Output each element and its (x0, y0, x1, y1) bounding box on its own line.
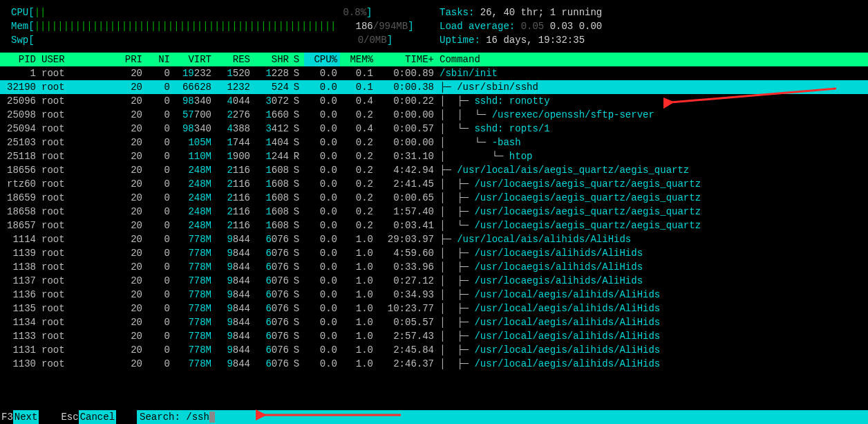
process-row[interactable]: 32190root200666281232524S0.00.10:00.38├─… (0, 80, 868, 94)
cell-ni: 0 (145, 149, 173, 163)
cell-command: │ ├─ sshd: ronotty (437, 94, 868, 108)
process-row[interactable]: 1130root200 778M98446076S0.01.02:46.37│ … (0, 357, 868, 371)
cell-virt: 778M (173, 343, 214, 357)
cell-virt: 248M (173, 205, 214, 219)
col-s[interactable]: S (292, 53, 304, 66)
cell-command: │ ├─ /usr/locaegis/aegis_quartz/aegis_qu… (437, 177, 868, 191)
cell-res: 9844 (214, 260, 253, 274)
cell-cpu: 0.0 (304, 302, 340, 315)
process-row[interactable]: 1root2001923215201228S0.00.10:00.89/sbin… (0, 66, 868, 80)
process-row[interactable]: 1136root200 778M98446076S0.01.00:34.93│ … (0, 288, 868, 302)
swp-meter: Swp[0/0MB] (11, 33, 440, 47)
uptime-value: 16 days, 19:32:35 (486, 35, 585, 46)
process-row[interactable]: 25098root2005770022761660S0.00.20:00.00│… (0, 108, 868, 122)
col-pid[interactable]: PID (0, 53, 39, 66)
cell-res: 9844 (214, 343, 253, 357)
process-row[interactable]: 25094root2009834043883412S0.00.40:00.57│… (0, 122, 868, 136)
swp-value: 0/0MB (358, 35, 387, 46)
process-row[interactable]: 18658root200 248M21161608S0.00.21:57.40│… (0, 205, 868, 219)
col-memp[interactable]: MEM% (340, 53, 376, 66)
col-time[interactable]: TIME+ (376, 53, 437, 66)
cell-ni: 0 (145, 246, 173, 260)
esc-cancel-button[interactable]: Cancel (79, 410, 116, 424)
col-ni[interactable]: NI (145, 53, 173, 66)
cell-time: 0:34.93 (376, 288, 437, 302)
process-row[interactable]: 25096root2009834040443072S0.00.40:00.22│… (0, 94, 868, 108)
cell-ni: 0 (145, 94, 173, 108)
process-row[interactable]: 18659root200 248M21161608S0.00.20:00.65│… (0, 191, 868, 205)
cell-command: │ ├─ /usr/local/aegis/alihids/AliHids (437, 357, 868, 371)
process-row[interactable]: 1139root200 778M98446076S0.01.04:59.60│ … (0, 246, 868, 260)
process-row[interactable]: 1138root200 778M98446076S0.01.00:33.96│ … (0, 260, 868, 274)
process-row[interactable]: 1133root200 778M98446076S0.01.02:57.43│ … (0, 329, 868, 343)
cell-command: │ ├─ /usr/local/aegis/alihids/AliHids (437, 302, 868, 315)
cell-user: root (39, 232, 115, 246)
cell-pri: 20 (115, 329, 145, 343)
cell-user: root (39, 219, 115, 232)
f3-next-button[interactable]: Next (13, 410, 39, 424)
process-row[interactable]: 18656root200 248M21161608S0.00.24:42.94├… (0, 163, 868, 177)
cell-cpu: 0.0 (304, 274, 340, 288)
cell-time: 2:57.43 (376, 329, 437, 343)
cell-res: 4044 (214, 94, 253, 108)
cell-res: 2116 (214, 205, 253, 219)
process-row[interactable]: rtz60root200 248M21161608S0.00.22:41.45│… (0, 177, 868, 191)
col-cpup[interactable]: CPU% (304, 53, 340, 66)
col-res[interactable]: RES (214, 53, 253, 66)
cell-user: root (39, 108, 115, 122)
mem-meter: Mem[||||||||||||||||||||||||||||||||||||… (11, 19, 440, 33)
cell-mem: 1.0 (340, 302, 376, 315)
columns-header[interactable]: PID USER PRI NI VIRT RES SHR S CPU% MEM%… (0, 53, 868, 66)
cell-user: root (39, 246, 115, 260)
cell-pid: 25103 (0, 136, 39, 149)
mem-label: Mem (11, 21, 28, 32)
cell-ni: 0 (145, 288, 173, 302)
cell-virt: 248M (173, 177, 214, 191)
cell-mem: 1.0 (340, 357, 376, 371)
col-shr[interactable]: SHR (253, 53, 292, 66)
col-virt[interactable]: VIRT (173, 53, 214, 66)
process-row[interactable]: 1137root200 778M98446076S0.01.00:27.12│ … (0, 274, 868, 288)
cell-mem: 0.4 (340, 122, 376, 136)
process-row[interactable]: 1114root200 778M98446076S0.01.029:03.97├… (0, 232, 868, 246)
cell-pid: 1139 (0, 246, 39, 260)
cell-time: 0:05.57 (376, 315, 437, 329)
cell-pid: 1138 (0, 260, 39, 274)
process-row[interactable]: 18657root200 248M21161608S0.00.20:03.41│… (0, 219, 868, 232)
cell-shr: 1608 (253, 177, 292, 191)
cell-time: 4:59.60 (376, 246, 437, 260)
cell-virt: 19232 (173, 66, 214, 80)
cell-command: │ └─ htop (437, 149, 868, 163)
cell-shr: 6076 (253, 357, 292, 371)
cell-user: root (39, 205, 115, 219)
col-cmd[interactable]: Command (437, 53, 868, 66)
cell-shr: 1244 (253, 149, 292, 163)
cell-user: root (39, 315, 115, 329)
cell-command: │ ├─ /usr/locaegis/aegis_quartz/aegis_qu… (437, 191, 868, 205)
cell-state: S (292, 191, 304, 205)
cell-cpu: 0.0 (304, 357, 340, 371)
cell-cpu: 0.0 (304, 136, 340, 149)
process-row[interactable]: 1135root200 778M98446076S0.01.010:23.77│… (0, 302, 868, 315)
cell-command: /sbin/init (437, 66, 868, 80)
process-row[interactable]: 25103root200 105M17441404S0.00.20:00.00│… (0, 136, 868, 149)
process-row[interactable]: 25118root200 110M19001244R0.00.20:31.10│… (0, 149, 868, 163)
cell-mem: 0.2 (340, 149, 376, 163)
cell-virt: 248M (173, 191, 214, 205)
process-row[interactable]: 1131root200 778M98446076S0.01.02:45.84│ … (0, 343, 868, 357)
cell-command: ├─ /usr/sbin/sshd (437, 80, 868, 94)
search-bar[interactable]: Search: /ssh (137, 410, 868, 424)
col-user[interactable]: USER (39, 53, 115, 66)
process-list[interactable]: 1root2001923215201228S0.00.10:00.89/sbin… (0, 66, 868, 371)
cell-time: 2:41.45 (376, 177, 437, 191)
tasks-label: Tasks: (440, 7, 480, 18)
process-row[interactable]: 1134root200 778M98446076S0.01.00:05.57│ … (0, 315, 868, 329)
load15: 0.00 (579, 21, 603, 32)
cell-ni: 0 (145, 274, 173, 288)
cell-pid: rtz60 (0, 177, 39, 191)
cell-mem: 0.2 (340, 163, 376, 177)
cell-ni: 0 (145, 66, 173, 80)
col-pri[interactable]: PRI (115, 53, 145, 66)
cell-time: 0:00.57 (376, 122, 437, 136)
cell-cpu: 0.0 (304, 288, 340, 302)
